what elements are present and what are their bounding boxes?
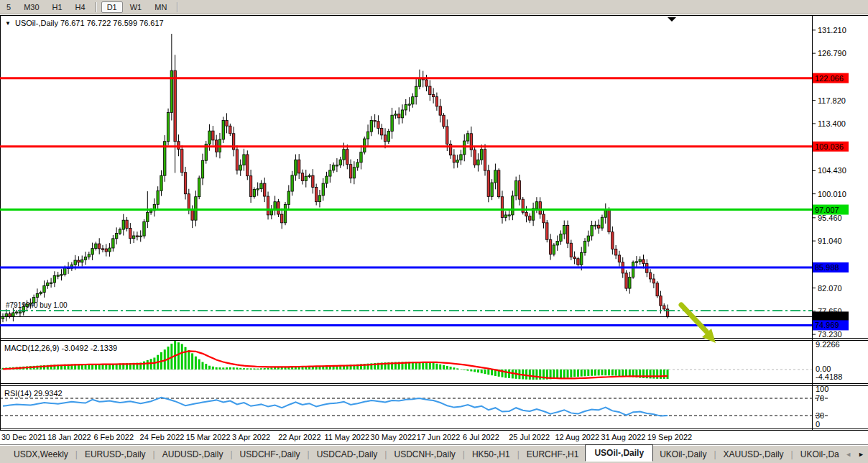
candle (546, 220, 548, 242)
candle (443, 113, 445, 129)
candle-body (632, 262, 634, 278)
candle-body (295, 160, 297, 175)
candle (43, 280, 45, 298)
chart-tab-usdcad-daily[interactable]: USDCAD-,Daily (310, 447, 384, 462)
candle (601, 215, 603, 231)
chart-dropdown-icon[interactable]: ▼ (5, 20, 11, 27)
date-axis-label: 19 Sep 2022 (647, 433, 692, 441)
candle (226, 113, 228, 133)
candle-body (29, 303, 32, 305)
candle-body (356, 162, 359, 168)
candle (591, 221, 593, 241)
date-axis-label: 31 Aug 2022 (601, 433, 646, 441)
candle (353, 161, 355, 184)
candle (381, 124, 383, 139)
timeframe-button-5[interactable]: 5 (1, 1, 17, 13)
date-axis-label: 30 May 2022 (371, 433, 417, 441)
candle-body (322, 183, 324, 196)
candle-body (608, 210, 610, 232)
candle-body (418, 78, 420, 86)
timeframe-button-h1[interactable]: H1 (47, 1, 68, 13)
candle (260, 180, 262, 193)
candle-body (98, 244, 101, 249)
timeframe-button-h4[interactable]: H4 (70, 1, 91, 13)
candle (556, 236, 558, 251)
candle (639, 257, 641, 265)
date-axis-label: 12 Aug 2022 (555, 433, 599, 441)
price-chart: ▼ USOil-,Daily 76.671 76.722 76.599 76.6… (0, 14, 868, 444)
candle-body (546, 223, 548, 239)
candle (222, 116, 224, 143)
candle (614, 245, 617, 259)
candle-body (649, 272, 651, 279)
chart-tab-usoil-daily[interactable]: USOil-,Daily (585, 444, 653, 462)
candle (201, 154, 203, 185)
axis-badge-label: 122.066 (815, 74, 844, 83)
candle (91, 243, 93, 260)
chart-tab-usdx-weekly[interactable]: USDX,Weekly (7, 447, 75, 462)
date-axis-label: 3 Apr 2022 (232, 433, 270, 441)
chart-tab-usdcnh-daily[interactable]: USDCNH-,Daily (387, 447, 461, 462)
candle-body (19, 312, 21, 313)
candle-body (618, 255, 620, 262)
candle (611, 226, 614, 255)
chart-tab-usdchf-daily[interactable]: USDCHF-,Daily (234, 447, 307, 462)
toolbar-divider (177, 2, 178, 12)
chart-title: USOil-,Daily 76.671 76.722 76.599 76.617 (15, 19, 164, 27)
candle-body (305, 176, 307, 180)
candle-body (491, 183, 493, 196)
candle (570, 240, 572, 260)
candle (374, 114, 376, 127)
date-axis-label: 22 Apr 2022 (278, 433, 320, 441)
chart-tabbar: USDX,Weekly|EURUSD-,Daily|AUDUSD-,Daily|… (0, 444, 868, 463)
candle-body (594, 225, 596, 226)
candle (47, 280, 49, 289)
candle-body (167, 113, 169, 142)
candle-body (381, 128, 383, 134)
candle (36, 288, 38, 302)
candle (563, 221, 565, 239)
tab-scroll-right-icon[interactable]: ► (858, 451, 864, 458)
candle-body (129, 228, 131, 238)
candle-body (15, 312, 17, 313)
timeframe-button-d1[interactable]: D1 (101, 1, 123, 13)
candle (501, 191, 503, 224)
candle-body (88, 255, 90, 257)
axis-badge-label: 97.007 (815, 206, 839, 214)
chart-tab-xauusd-daily[interactable]: XAUUSD-,Daily (717, 447, 790, 462)
chart-tab-eurchf-h1[interactable]: EURCHF-,H1 (520, 447, 586, 462)
candle (370, 116, 372, 136)
chart-tab-audusd-daily[interactable]: AUDUSD-,Daily (156, 447, 230, 462)
chart-tab-eurusd-daily[interactable]: EURUSD-,Daily (78, 447, 152, 462)
candle (356, 159, 359, 171)
chart-tab-hk50-h1[interactable]: HK50-,H1 (466, 447, 517, 462)
axis-tick-label: 73.230 (818, 330, 842, 339)
candle (281, 208, 283, 229)
candle (136, 232, 138, 240)
candle (618, 251, 620, 267)
candle (57, 272, 59, 279)
timeframe-button-m30[interactable]: M30 (18, 1, 45, 13)
candle-body (439, 106, 441, 115)
candle-body (446, 127, 448, 144)
candle (594, 221, 596, 229)
axis-tick-label: 104.430 (818, 166, 846, 175)
candle (284, 202, 286, 225)
chart-tab-ukoil-daily[interactable]: UKOil-,Daily (653, 447, 713, 462)
chart-shift-marker-icon[interactable] (668, 17, 676, 22)
timeframe-button-w1[interactable]: W1 (124, 1, 148, 13)
candle-body (115, 233, 117, 238)
candle-body (629, 278, 631, 289)
candle-body (604, 210, 606, 218)
candle-body (50, 283, 52, 283)
candle (1, 313, 4, 322)
candle (429, 80, 431, 101)
candle (246, 150, 249, 180)
candle-body (639, 260, 641, 262)
axis-badge-label: 85.988 (815, 263, 839, 272)
tab-separator: | (384, 449, 387, 459)
candle (195, 191, 197, 226)
chart-tab-ukoil-da[interactable]: UKOil-,Da (794, 447, 846, 462)
timeframe-button-mn[interactable]: MN (149, 1, 172, 13)
tab-scroll-left-icon[interactable]: ◄ (845, 451, 851, 458)
